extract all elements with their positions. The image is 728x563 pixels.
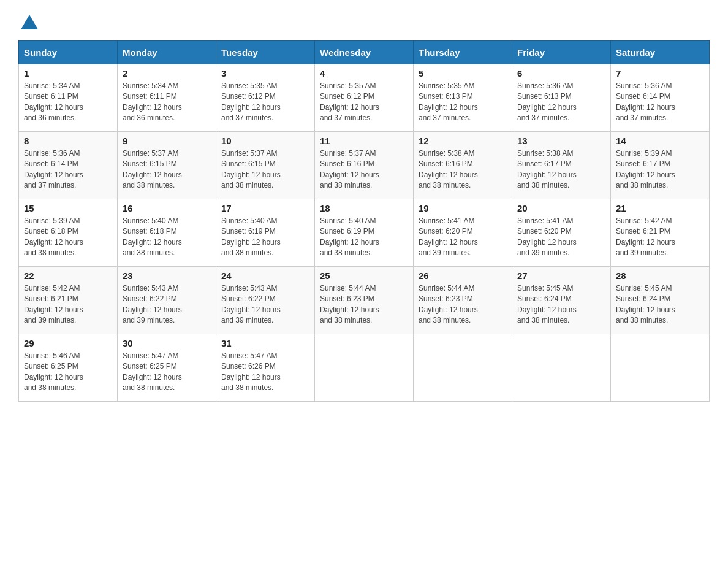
day-number: 29 <box>24 338 112 348</box>
calendar-cell: 13 Sunrise: 5:38 AMSunset: 6:17 PMDaylig… <box>512 132 611 199</box>
calendar-cell: 21 Sunrise: 5:42 AMSunset: 6:21 PMDaylig… <box>611 199 710 267</box>
day-info: Sunrise: 5:34 AMSunset: 6:11 PMDaylight:… <box>123 82 182 122</box>
day-info: Sunrise: 5:36 AMSunset: 6:14 PMDaylight:… <box>24 149 83 190</box>
day-info: Sunrise: 5:47 AMSunset: 6:26 PMDaylight:… <box>221 351 281 392</box>
page-header <box>18 12 710 28</box>
day-info: Sunrise: 5:35 AMSunset: 6:12 PMDaylight:… <box>320 82 379 122</box>
column-header-friday: Friday <box>512 41 611 64</box>
calendar-cell: 24 Sunrise: 5:43 AMSunset: 6:22 PMDaylig… <box>216 267 315 334</box>
calendar-week-row: 8 Sunrise: 5:36 AMSunset: 6:14 PMDayligh… <box>19 132 710 199</box>
day-number: 8 <box>24 136 112 146</box>
day-info: Sunrise: 5:36 AMSunset: 6:14 PMDaylight:… <box>616 82 675 122</box>
calendar-week-row: 29 Sunrise: 5:46 AMSunset: 6:25 PMDaylig… <box>19 334 710 402</box>
day-info: Sunrise: 5:36 AMSunset: 6:13 PMDaylight:… <box>517 82 577 122</box>
day-number: 3 <box>221 68 309 79</box>
day-info: Sunrise: 5:34 AMSunset: 6:11 PMDaylight:… <box>24 82 83 122</box>
day-number: 2 <box>123 68 211 79</box>
day-number: 17 <box>221 203 309 213</box>
day-info: Sunrise: 5:39 AMSunset: 6:17 PMDaylight:… <box>616 149 675 190</box>
day-number: 16 <box>123 203 211 213</box>
calendar-cell <box>512 334 611 402</box>
day-info: Sunrise: 5:41 AMSunset: 6:20 PMDaylight:… <box>517 216 577 257</box>
day-number: 6 <box>517 68 605 79</box>
day-info: Sunrise: 5:47 AMSunset: 6:25 PMDaylight:… <box>123 351 182 392</box>
calendar-cell: 22 Sunrise: 5:42 AMSunset: 6:21 PMDaylig… <box>19 267 118 334</box>
calendar-cell: 7 Sunrise: 5:36 AMSunset: 6:14 PMDayligh… <box>611 64 710 132</box>
day-number: 24 <box>221 270 309 281</box>
calendar-cell: 8 Sunrise: 5:36 AMSunset: 6:14 PMDayligh… <box>19 132 118 199</box>
day-info: Sunrise: 5:44 AMSunset: 6:23 PMDaylight:… <box>320 284 379 324</box>
day-info: Sunrise: 5:37 AMSunset: 6:15 PMDaylight:… <box>123 149 182 190</box>
calendar-week-row: 15 Sunrise: 5:39 AMSunset: 6:18 PMDaylig… <box>19 199 710 267</box>
day-number: 4 <box>320 68 408 79</box>
day-info: Sunrise: 5:42 AMSunset: 6:21 PMDaylight:… <box>616 216 675 257</box>
calendar-cell: 10 Sunrise: 5:37 AMSunset: 6:15 PMDaylig… <box>216 132 315 199</box>
calendar-cell: 11 Sunrise: 5:37 AMSunset: 6:16 PMDaylig… <box>315 132 414 199</box>
day-number: 1 <box>24 68 112 79</box>
calendar-cell: 25 Sunrise: 5:44 AMSunset: 6:23 PMDaylig… <box>315 267 414 334</box>
day-number: 23 <box>123 270 211 281</box>
day-number: 27 <box>517 270 605 281</box>
day-number: 9 <box>123 136 211 146</box>
day-info: Sunrise: 5:43 AMSunset: 6:22 PMDaylight:… <box>221 284 281 324</box>
day-number: 14 <box>616 136 704 146</box>
day-number: 26 <box>419 270 507 281</box>
calendar-table: SundayMondayTuesdayWednesdayThursdayFrid… <box>18 40 710 402</box>
day-info: Sunrise: 5:43 AMSunset: 6:22 PMDaylight:… <box>123 284 182 324</box>
day-number: 19 <box>419 203 507 213</box>
day-number: 25 <box>320 270 408 281</box>
day-number: 20 <box>517 203 605 213</box>
day-number: 21 <box>616 203 704 213</box>
day-info: Sunrise: 5:35 AMSunset: 6:12 PMDaylight:… <box>221 82 281 122</box>
day-number: 11 <box>320 136 408 146</box>
day-info: Sunrise: 5:37 AMSunset: 6:16 PMDaylight:… <box>320 149 379 190</box>
calendar-cell: 28 Sunrise: 5:45 AMSunset: 6:24 PMDaylig… <box>611 267 710 334</box>
day-info: Sunrise: 5:40 AMSunset: 6:19 PMDaylight:… <box>320 216 379 257</box>
day-number: 18 <box>320 203 408 213</box>
day-info: Sunrise: 5:40 AMSunset: 6:19 PMDaylight:… <box>221 216 281 257</box>
column-header-sunday: Sunday <box>19 41 118 64</box>
calendar-cell <box>414 334 512 402</box>
calendar-cell: 19 Sunrise: 5:41 AMSunset: 6:20 PMDaylig… <box>414 199 512 267</box>
day-info: Sunrise: 5:38 AMSunset: 6:16 PMDaylight:… <box>419 149 478 190</box>
column-header-thursday: Thursday <box>414 41 512 64</box>
calendar-header: SundayMondayTuesdayWednesdayThursdayFrid… <box>19 41 710 64</box>
day-info: Sunrise: 5:45 AMSunset: 6:24 PMDaylight:… <box>616 284 675 324</box>
day-info: Sunrise: 5:38 AMSunset: 6:17 PMDaylight:… <box>517 149 577 190</box>
calendar-cell: 5 Sunrise: 5:35 AMSunset: 6:13 PMDayligh… <box>414 64 512 132</box>
day-info: Sunrise: 5:41 AMSunset: 6:20 PMDaylight:… <box>419 216 478 257</box>
day-number: 15 <box>24 203 112 213</box>
day-info: Sunrise: 5:39 AMSunset: 6:18 PMDaylight:… <box>24 216 83 257</box>
calendar-cell: 9 Sunrise: 5:37 AMSunset: 6:15 PMDayligh… <box>118 132 216 199</box>
day-info: Sunrise: 5:46 AMSunset: 6:25 PMDaylight:… <box>24 351 83 392</box>
day-number: 31 <box>221 338 309 348</box>
day-number: 10 <box>221 136 309 146</box>
calendar-cell: 14 Sunrise: 5:39 AMSunset: 6:17 PMDaylig… <box>611 132 710 199</box>
day-number: 30 <box>123 338 211 348</box>
day-number: 22 <box>24 270 112 281</box>
calendar-cell: 3 Sunrise: 5:35 AMSunset: 6:12 PMDayligh… <box>216 64 315 132</box>
calendar-cell: 26 Sunrise: 5:44 AMSunset: 6:23 PMDaylig… <box>414 267 512 334</box>
day-info: Sunrise: 5:35 AMSunset: 6:13 PMDaylight:… <box>419 82 478 122</box>
column-header-tuesday: Tuesday <box>216 41 315 64</box>
calendar-week-row: 1 Sunrise: 5:34 AMSunset: 6:11 PMDayligh… <box>19 64 710 132</box>
column-header-saturday: Saturday <box>611 41 710 64</box>
calendar-cell: 27 Sunrise: 5:45 AMSunset: 6:24 PMDaylig… <box>512 267 611 334</box>
calendar-cell <box>611 334 710 402</box>
column-header-monday: Monday <box>118 41 216 64</box>
calendar-cell: 15 Sunrise: 5:39 AMSunset: 6:18 PMDaylig… <box>19 199 118 267</box>
day-info: Sunrise: 5:44 AMSunset: 6:23 PMDaylight:… <box>419 284 478 324</box>
calendar-cell: 2 Sunrise: 5:34 AMSunset: 6:11 PMDayligh… <box>118 64 216 132</box>
calendar-cell: 18 Sunrise: 5:40 AMSunset: 6:19 PMDaylig… <box>315 199 414 267</box>
day-number: 13 <box>517 136 605 146</box>
calendar-cell <box>315 334 414 402</box>
calendar-cell: 1 Sunrise: 5:34 AMSunset: 6:11 PMDayligh… <box>19 64 118 132</box>
calendar-cell: 29 Sunrise: 5:46 AMSunset: 6:25 PMDaylig… <box>19 334 118 402</box>
day-number: 7 <box>616 68 704 79</box>
calendar-cell: 23 Sunrise: 5:43 AMSunset: 6:22 PMDaylig… <box>118 267 216 334</box>
column-header-wednesday: Wednesday <box>315 41 414 64</box>
calendar-cell: 20 Sunrise: 5:41 AMSunset: 6:20 PMDaylig… <box>512 199 611 267</box>
calendar-cell: 17 Sunrise: 5:40 AMSunset: 6:19 PMDaylig… <box>216 199 315 267</box>
calendar-cell: 31 Sunrise: 5:47 AMSunset: 6:26 PMDaylig… <box>216 334 315 402</box>
calendar-week-row: 22 Sunrise: 5:42 AMSunset: 6:21 PMDaylig… <box>19 267 710 334</box>
